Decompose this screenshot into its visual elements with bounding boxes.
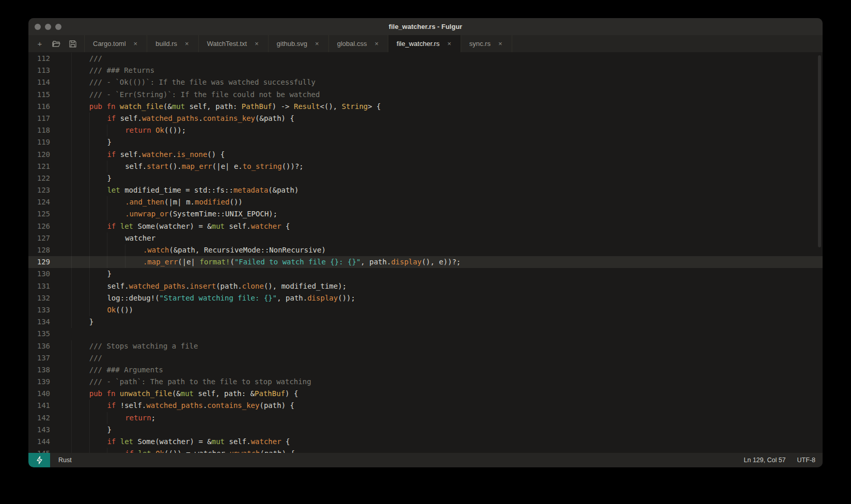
tab-WatchTest.txt[interactable]: WatchTest.txt× <box>198 35 268 52</box>
tab-label: github.svg <box>277 40 307 48</box>
titlebar[interactable]: file_watcher.rs - Fulgur <box>28 18 823 35</box>
code-line[interactable]: 132 log::debug!("Started watching file: … <box>28 292 823 304</box>
code-line[interactable]: 141 if !self.watched_paths.contains_key(… <box>28 400 823 412</box>
line-number: 132 <box>28 292 50 304</box>
vertical-scrollbar-thumb[interactable] <box>818 55 821 247</box>
indent-guide <box>107 256 125 268</box>
indent-guide <box>71 424 89 436</box>
code-line[interactable]: 143 } <box>28 424 823 436</box>
line-number: 125 <box>28 208 50 220</box>
close-tab-icon[interactable]: × <box>314 39 320 48</box>
lightning-bolt-icon <box>36 456 43 464</box>
close-tab-icon[interactable]: × <box>446 39 452 48</box>
line-number: 128 <box>28 244 50 256</box>
tab-label: global.css <box>337 40 367 48</box>
code-line[interactable]: 114 /// - `Ok(())`: If the file was watc… <box>28 76 823 88</box>
code-editor[interactable]: 112 ///113 /// ### Returns114 /// - `Ok(… <box>28 52 823 453</box>
code-line[interactable]: 140 pub fn unwatch_file(&mut self, path:… <box>28 388 823 400</box>
close-window-icon[interactable] <box>35 24 41 30</box>
save-file-icon[interactable] <box>67 38 79 50</box>
code-text: watcher <box>50 232 155 244</box>
close-tab-icon[interactable]: × <box>133 39 139 48</box>
status-accent-block[interactable] <box>28 453 50 467</box>
code-line[interactable]: 120 if self.watcher.is_none() { <box>28 149 823 161</box>
indent-guide <box>89 424 107 436</box>
code-line[interactable]: 138 /// ### Arguments <box>28 364 823 376</box>
line-number: 113 <box>28 65 50 76</box>
traffic-lights <box>35 24 61 30</box>
code-line[interactable]: 135 <box>28 328 823 340</box>
code-line[interactable]: 136 /// Stops watching a file <box>28 340 823 352</box>
tab-file_watcher.rs[interactable]: file_watcher.rs× <box>388 35 461 52</box>
line-number: 137 <box>28 352 50 364</box>
code-line[interactable]: 112 /// <box>28 53 823 65</box>
code-line[interactable]: 131 self.watched_paths.insert(path.clone… <box>28 280 823 292</box>
indent-guide <box>71 268 89 280</box>
code-text: if !self.watched_paths.contains_key(path… <box>50 400 294 412</box>
code-line[interactable]: 113 /// ### Returns <box>28 65 823 76</box>
indent-guide <box>71 76 89 88</box>
code-line[interactable]: 142 return; <box>28 412 823 424</box>
indent-guide <box>89 161 107 172</box>
editor-window: file_watcher.rs - Fulgur + Cargo.toml×bu… <box>28 18 823 467</box>
code-line[interactable]: 119 } <box>28 136 823 148</box>
indent-guide <box>89 268 107 280</box>
indent-guide <box>71 256 89 268</box>
code-line[interactable]: 124 .and_then(|m| m.modified()) <box>28 196 823 208</box>
new-file-icon[interactable]: + <box>34 38 46 50</box>
code-text: .unwrap_or(SystemTime::UNIX_EPOCH); <box>50 208 277 220</box>
indent-guide <box>89 280 107 292</box>
indent-guide <box>71 400 89 412</box>
tab-build.rs[interactable]: build.rs× <box>147 35 198 52</box>
code-text: if let Ok(()) = watcher.unwatch(path) { <box>50 448 295 453</box>
code-line[interactable]: 128 .watch(&path, RecursiveMode::NonRecu… <box>28 244 823 256</box>
indent-guide <box>89 208 107 220</box>
code-line[interactable]: 125 .unwrap_or(SystemTime::UNIX_EPOCH); <box>28 208 823 220</box>
code-line[interactable]: 117 if self.watched_paths.contains_key(&… <box>28 113 823 124</box>
tab-sync.rs[interactable]: sync.rs× <box>461 35 512 52</box>
code-line[interactable]: 145 if let Ok(()) = watcher.unwatch(path… <box>28 448 823 453</box>
code-line[interactable]: 139 /// - `path`: The path to the file t… <box>28 376 823 388</box>
indent-guide <box>71 149 89 161</box>
code-line[interactable]: 115 /// - `Err(String)`: If the file cou… <box>28 89 823 101</box>
cursor-position[interactable]: Ln 129, Col 57 <box>744 456 785 464</box>
indent-guide <box>107 124 125 136</box>
close-tab-icon[interactable]: × <box>374 39 380 48</box>
code-line[interactable]: 122 } <box>28 172 823 184</box>
close-tab-icon[interactable]: × <box>254 39 260 48</box>
code-line[interactable]: 130 } <box>28 268 823 280</box>
indent-guide <box>71 340 89 352</box>
code-lines: 112 ///113 /// ### Returns114 /// - `Ok(… <box>28 53 823 453</box>
code-line[interactable]: 127 watcher <box>28 232 823 244</box>
maximize-window-icon[interactable] <box>55 24 61 30</box>
tab-global.css[interactable]: global.css× <box>328 35 388 52</box>
indent-guide <box>107 244 125 256</box>
indent-guide <box>89 124 107 136</box>
code-line[interactable]: 121 self.start().map_err(|e| e.to_string… <box>28 161 823 172</box>
file-encoding[interactable]: UTF-8 <box>797 456 815 464</box>
code-line[interactable]: 123 let modified_time = std::fs::metadat… <box>28 184 823 196</box>
code-line[interactable]: 133 Ok(()) <box>28 304 823 316</box>
language-mode[interactable]: Rust <box>58 456 72 464</box>
code-line[interactable]: 116 pub fn watch_file(&mut self, path: P… <box>28 101 823 113</box>
code-line[interactable]: 137 /// <box>28 352 823 364</box>
indent-guide <box>71 172 89 184</box>
line-number: 121 <box>28 161 50 172</box>
indent-guide <box>125 244 143 256</box>
close-tab-icon[interactable]: × <box>497 39 503 48</box>
minimize-window-icon[interactable] <box>45 24 51 30</box>
code-line[interactable]: 144 if let Some(watcher) = &mut self.wat… <box>28 436 823 448</box>
tab-Cargo.toml[interactable]: Cargo.toml× <box>84 35 147 52</box>
code-line[interactable]: 134 } <box>28 316 823 328</box>
close-tab-icon[interactable]: × <box>184 39 190 48</box>
indent-guide <box>71 89 89 101</box>
code-line[interactable]: 129 .map_err(|e| format!("Failed to watc… <box>28 256 823 268</box>
indent-guide <box>107 196 125 208</box>
code-text: let modified_time = std::fs::metadata(&p… <box>50 184 298 196</box>
code-line[interactable]: 118 return Ok(()); <box>28 124 823 136</box>
indent-guide <box>71 304 89 316</box>
open-folder-icon[interactable] <box>50 38 62 50</box>
line-number: 115 <box>28 89 50 101</box>
tab-github.svg[interactable]: github.svg× <box>268 35 328 52</box>
code-line[interactable]: 126 if let Some(watcher) = &mut self.wat… <box>28 220 823 232</box>
